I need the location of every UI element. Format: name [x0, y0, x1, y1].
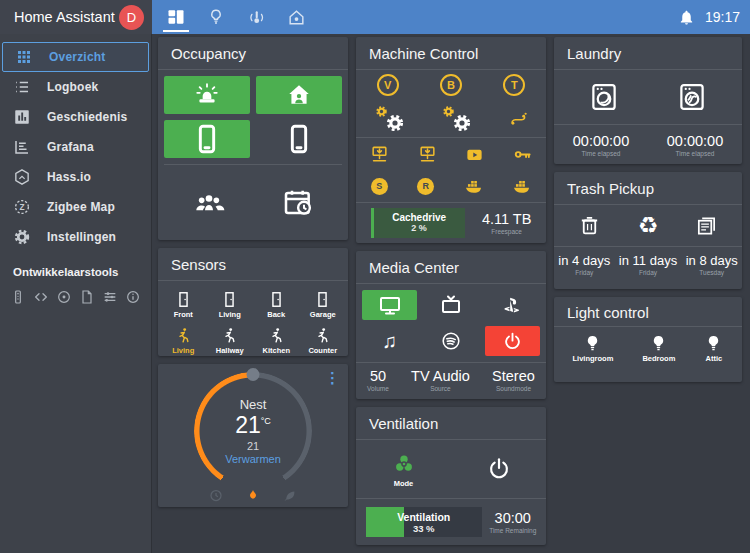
- tab-climate[interactable]: [236, 0, 276, 34]
- door-sensor-front[interactable]: Front: [160, 286, 207, 322]
- machine-t-button[interactable]: T: [503, 74, 525, 96]
- people-group-button[interactable]: [164, 171, 253, 234]
- power-icon: [502, 331, 523, 352]
- laundry-card: Laundry 00:00:00 Time elapsed 00:00:00 T: [554, 37, 742, 164]
- tumble-dryer-icon[interactable]: [677, 82, 707, 112]
- fan-mode-button[interactable]: Mode: [391, 451, 417, 488]
- view-dashboard-icon: [166, 7, 186, 27]
- trash-can-icon[interactable]: [578, 214, 601, 237]
- app-s-button[interactable]: S: [371, 178, 388, 195]
- eco-leaf-icon[interactable]: [283, 488, 298, 503]
- services-gears-icon[interactable]: [442, 105, 472, 133]
- newspaper-icon[interactable]: [695, 214, 718, 237]
- hvac-mode-label: Verwarmen: [225, 453, 281, 465]
- lightbulb-icon: [207, 8, 225, 26]
- sidebar-item-zigbee-map[interactable]: Z Zigbee Map: [0, 192, 151, 222]
- sidebar-item-label: Logboek: [47, 80, 98, 94]
- card-menu-button[interactable]: ⋮: [325, 370, 340, 385]
- sidebar-item-overzicht[interactable]: Overzicht: [2, 42, 149, 72]
- alarm-siren-button[interactable]: [164, 76, 250, 114]
- app-title: Home Assistant: [14, 9, 119, 25]
- thermometer-icon: [247, 8, 266, 27]
- services-gears-icon[interactable]: [375, 105, 405, 133]
- home-presence-button[interactable]: [256, 76, 342, 114]
- calendar-clock-button[interactable]: [253, 171, 342, 234]
- zigbee-icon: Z: [13, 198, 31, 216]
- tab-home[interactable]: [276, 0, 316, 34]
- home-account-icon: [286, 82, 312, 108]
- radio-icon[interactable]: [55, 286, 73, 307]
- motion-run-icon: [267, 326, 286, 345]
- power-off-button[interactable]: [485, 326, 540, 356]
- washer-elapsed-stat: 00:00:00 Time elapsed: [573, 133, 629, 157]
- sidebar: Overzicht Logboek Geschiedenis Grafana H…: [0, 34, 152, 553]
- docker-icon[interactable]: [464, 177, 483, 196]
- heat-flame-icon[interactable]: [246, 488, 261, 503]
- trash-pickup-card: Trash Pickup ♻ in 4 days Friday in 11 da…: [554, 172, 742, 289]
- music-note-icon: ♫: [382, 331, 397, 351]
- light-bedroom-button[interactable]: Bedroom: [642, 334, 675, 363]
- tab-lights[interactable]: [196, 0, 236, 34]
- dryer-elapsed-stat: 00:00:00 Time elapsed: [667, 133, 723, 157]
- code-tags-icon[interactable]: [32, 286, 50, 307]
- door-sensor-garage[interactable]: Garage: [300, 286, 347, 322]
- music-button[interactable]: ♫: [362, 326, 417, 356]
- avatar[interactable]: D: [119, 5, 144, 30]
- home-assistant-app: Home Assistant D: [0, 0, 750, 553]
- recycle-icon[interactable]: ♻: [638, 214, 659, 237]
- tab-overview[interactable]: [156, 0, 196, 34]
- sidebar-item-geschiedenis[interactable]: Geschiedenis: [0, 102, 151, 132]
- sidebar-item-label: Hass.io: [47, 170, 91, 184]
- thermostat-dial[interactable]: Nest 21°C 21 Verwarmen: [194, 372, 312, 490]
- motion-sensor-kitchen[interactable]: Kitchen: [253, 322, 300, 356]
- motion-sensor-living[interactable]: Living: [160, 322, 207, 356]
- docker-icon[interactable]: [512, 177, 531, 196]
- lightbulb-icon: [704, 334, 723, 353]
- auto-clock-icon[interactable]: [209, 488, 224, 503]
- machine-b-button[interactable]: B: [440, 74, 462, 96]
- hexagon-home-icon: [13, 168, 31, 186]
- door-sensor-living[interactable]: Living: [207, 286, 254, 322]
- sidebar-item-instellingen[interactable]: Instellingen: [0, 222, 151, 252]
- washing-machine-icon[interactable]: [589, 82, 619, 112]
- app-r-button[interactable]: R: [417, 178, 434, 195]
- thermostat-name: Nest: [240, 397, 267, 412]
- sidebar-item-grafana[interactable]: Grafana: [0, 132, 151, 162]
- column-3: Laundry 00:00:00 Time elapsed 00:00:00 T: [554, 37, 742, 382]
- file-document-icon[interactable]: [78, 286, 96, 307]
- tv-button[interactable]: [423, 290, 478, 320]
- machine-v-button[interactable]: V: [377, 74, 399, 96]
- playstation-button[interactable]: [485, 290, 540, 320]
- chart-timeline-icon: [13, 138, 31, 156]
- siren-icon: [194, 82, 220, 108]
- light-attic-button[interactable]: Attic: [704, 334, 723, 363]
- occupancy-card: Occupancy: [158, 37, 348, 240]
- download-network-icon[interactable]: [418, 145, 437, 164]
- monitor-icon: [378, 293, 402, 317]
- door-sensor-back[interactable]: Back: [253, 286, 300, 322]
- spotify-button[interactable]: [423, 326, 478, 356]
- current-temperature: 21°C: [235, 413, 271, 438]
- power-icon[interactable]: [486, 456, 512, 482]
- thermostat-card: ⋮ Nest 21°C 21 Verwarmen: [158, 364, 348, 507]
- monitor-button[interactable]: [362, 290, 417, 320]
- format-list-icon: [13, 78, 31, 96]
- sidebar-item-label: Grafana: [47, 140, 94, 154]
- phone-2-button[interactable]: [256, 120, 342, 158]
- light-livingroom-button[interactable]: Livingroom: [573, 334, 614, 363]
- bell-icon[interactable]: [678, 9, 695, 26]
- time-remaining-stat: 30:00 Time Remaining: [489, 510, 536, 534]
- youtube-tv-icon[interactable]: [465, 145, 484, 164]
- motion-sensor-counter[interactable]: Counter: [300, 322, 347, 356]
- motion-sensor-hallway[interactable]: Hallway: [207, 322, 254, 356]
- tune-icon[interactable]: [101, 286, 119, 307]
- column-2: Machine Control V B T: [356, 37, 546, 545]
- sidebar-item-hassio[interactable]: Hass.io: [0, 162, 151, 192]
- remote-icon[interactable]: [9, 286, 27, 307]
- information-icon[interactable]: [124, 286, 142, 307]
- download-network-icon[interactable]: [370, 145, 389, 164]
- transit-connection-icon[interactable]: [509, 109, 528, 128]
- key-icon[interactable]: [513, 145, 532, 164]
- sidebar-item-logboek[interactable]: Logboek: [0, 72, 151, 102]
- phone-1-button[interactable]: [164, 120, 250, 158]
